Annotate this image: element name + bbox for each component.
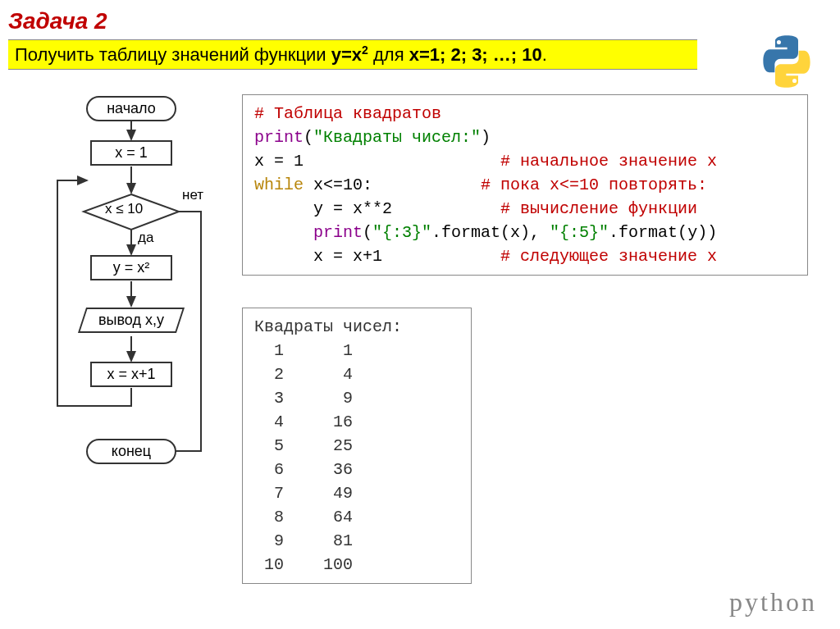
task-exp: 2: [362, 43, 368, 57]
flow-cond: x ≤ 10: [105, 201, 143, 217]
flow-calc: y = x²: [90, 255, 172, 280]
flow-no-label: нет: [182, 187, 203, 203]
output-listing: Квадраты чисел: 1 1 2 4 3 9 4 16 5 25 6 …: [242, 308, 472, 584]
task-prefix: Получить таблицу значений функции: [15, 44, 331, 65]
task-title: Задача 2: [8, 8, 832, 34]
flow-inc: x = x+1: [90, 362, 172, 387]
flow-init: x = 1: [90, 140, 172, 166]
code-listing: # Таблица квадратов print("Квадраты чисе…: [242, 94, 808, 276]
task-mid: для: [368, 44, 409, 65]
python-logo-icon: [758, 33, 815, 93]
python-watermark: python: [729, 587, 817, 618]
task-end: .: [542, 44, 547, 65]
task-vals: x=1; 2; 3; …; 10: [409, 44, 542, 65]
flow-end: конец: [86, 439, 176, 464]
task-func: y=x: [331, 44, 362, 65]
task-description: Получить таблицу значений функции y=x2 д…: [8, 39, 697, 70]
flow-yes-label: да: [138, 230, 153, 246]
flow-start: начало: [86, 96, 176, 121]
flow-output: вывод x,y: [78, 308, 185, 333]
